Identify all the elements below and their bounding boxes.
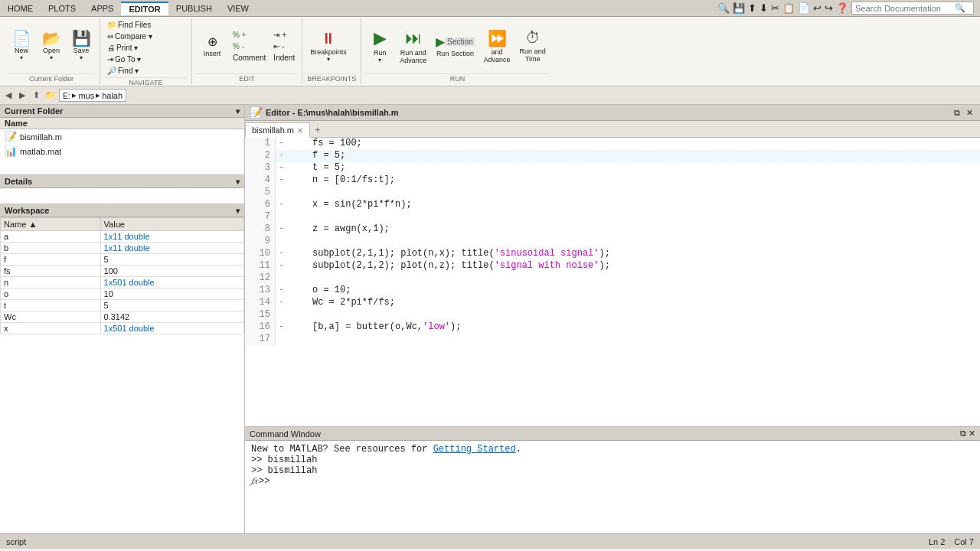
line-code: [b,a] = butter(o,Wc,'low');	[287, 321, 980, 334]
ws-var-value[interactable]: 1x11 double	[100, 231, 243, 243]
line-number: 12	[245, 272, 276, 285]
status-col: Col 7	[954, 537, 974, 546]
menu-editor[interactable]: EDITOR	[121, 2, 168, 15]
toolbar-icon-8[interactable]: ↩	[813, 2, 822, 14]
tab-bismillah[interactable]: bismillah.m ✕	[245, 122, 310, 138]
breakpoints-button[interactable]: ⏸ Breakpoints ▾	[307, 28, 350, 64]
advance-button[interactable]: ⏩ andAdvance	[481, 28, 514, 65]
edit-group-label: EDIT	[197, 73, 297, 83]
toolbar-icon-5[interactable]: ✂	[771, 2, 779, 14]
save-dropdown[interactable]: ▾	[80, 54, 83, 61]
toolbar-icon-3[interactable]: ⬆	[748, 2, 756, 14]
workspace-table: Name ▲ Value a1x11 doubleb1x11 doublef5f…	[0, 217, 244, 533]
run-label: Run	[374, 49, 387, 57]
toolbar-icon-4[interactable]: ⬇	[760, 2, 768, 14]
editor-undock-button[interactable]: ⧉	[952, 108, 962, 118]
cmd-prompt-sym-2: >>	[251, 465, 268, 476]
cmd-new-text: New to MATLAB? See resources for	[251, 444, 433, 455]
open-button[interactable]: 📂 Open ▾	[38, 29, 65, 63]
toolbar-icon-9[interactable]: ↪	[825, 2, 833, 14]
editor-body[interactable]: 1- fs = 100;2- f = 5;3- t = 5;4- n = [0:…	[245, 138, 980, 426]
compare-button[interactable]: ⇔ Compare ▾	[105, 31, 155, 41]
open-dropdown[interactable]: ▾	[50, 54, 53, 61]
find-files-button[interactable]: 📁 Find Files	[105, 20, 155, 30]
indent-right-button[interactable]: ⇥ +	[271, 30, 297, 40]
comment-remove-button[interactable]: % -	[230, 41, 268, 51]
workspace-row[interactable]: fs100	[1, 266, 244, 277]
run-and-advance-button[interactable]: ⏭ Run andAdvance	[397, 27, 430, 66]
ws-var-name: t	[1, 300, 101, 311]
left-panel: Current Folder ▾ Name 📝 bismillah.m 📊 ma…	[0, 105, 245, 533]
code-line: 6- x = sin(2*pi*f*n);	[245, 199, 980, 211]
save-button[interactable]: 💾 Save ▾	[67, 29, 95, 63]
workspace-row[interactable]: t5	[1, 300, 244, 311]
current-folder-options[interactable]: ▾	[236, 107, 240, 116]
run-dropdown[interactable]: ▾	[378, 57, 381, 64]
toolbar-icon-6[interactable]: 📋	[782, 2, 795, 14]
forward-button[interactable]: ▶	[17, 90, 28, 101]
code-line: 13- o = 10;	[245, 285, 980, 297]
workspace-row[interactable]: n1x501 double	[1, 277, 244, 289]
insert-icon: ⊕	[207, 34, 217, 49]
ws-var-value[interactable]: 1x501 double	[100, 323, 243, 334]
indent-left-button[interactable]: ⇤ -	[271, 41, 297, 51]
breakpoints-dropdown[interactable]: ▾	[327, 56, 330, 63]
toolbar-icon-10[interactable]: ❓	[836, 2, 848, 14]
editor-close-button[interactable]: ✕	[964, 108, 975, 118]
menu-view[interactable]: VIEW	[220, 2, 256, 15]
toolbar-icon-2[interactable]: 💾	[733, 2, 745, 14]
editor-tabs: bismillah.m ✕ +	[245, 121, 980, 138]
add-tab-button[interactable]: +	[310, 122, 325, 137]
workspace-row[interactable]: a1x11 double	[1, 231, 244, 243]
cmd-getting-started-link[interactable]: Getting Started	[433, 444, 516, 455]
new-dropdown[interactable]: ▾	[20, 54, 23, 61]
details-options[interactable]: ▾	[236, 178, 240, 186]
line-dash: -	[276, 199, 287, 211]
workspace-row[interactable]: Wc0.3142	[1, 311, 244, 323]
up-button[interactable]: ⬆	[31, 90, 42, 101]
workspace-row[interactable]: o10	[1, 289, 244, 300]
search-docs-input[interactable]	[855, 4, 955, 13]
cmd-current-prompt[interactable]: 𝑓𝑥 >>	[251, 476, 974, 487]
back-button[interactable]: ◀	[3, 90, 14, 101]
cmd-undock-button[interactable]: ⧉	[960, 429, 966, 439]
toolbar-icon-7[interactable]: 📄	[798, 2, 810, 14]
cmd-body[interactable]: New to MATLAB? See resources for Getting…	[245, 441, 980, 533]
workspace-options[interactable]: ▾	[236, 207, 240, 215]
comment-add-button[interactable]: % +	[230, 30, 268, 40]
cmd-prompt-2: >> bismillah	[251, 465, 974, 476]
ws-var-value: 10	[100, 289, 243, 300]
workspace-row[interactable]: f5	[1, 254, 244, 266]
run-and-time-button[interactable]: ⏱ Run andTime	[517, 28, 549, 64]
goto-button[interactable]: ⇥ Go To ▾	[105, 54, 155, 64]
menu-apps[interactable]: APPS	[83, 2, 121, 15]
workspace-row[interactable]: x1x501 double	[1, 323, 244, 334]
menu-publish[interactable]: PUBLISH	[168, 2, 220, 15]
workspace-row[interactable]: b1x11 double	[1, 243, 244, 254]
status-position: Ln 2 Col 7	[929, 537, 974, 546]
indent-button[interactable]: Indent	[271, 53, 297, 63]
print-button[interactable]: 🖨 Print ▾	[105, 43, 155, 53]
menu-home[interactable]: HOME	[0, 2, 41, 15]
run-button[interactable]: ▶ Run ▾	[366, 27, 394, 65]
ws-col-value[interactable]: Value	[100, 218, 243, 231]
line-number: 3	[245, 162, 276, 174]
advance-label: andAdvance	[484, 48, 511, 64]
file-item-bismillah[interactable]: 📝 bismillah.m	[0, 129, 244, 144]
ws-var-value[interactable]: 1x501 double	[100, 277, 243, 289]
insert-button[interactable]: ⊕ Insert	[197, 33, 227, 59]
comment-button[interactable]: Comment	[230, 53, 268, 63]
tab-close-bismillah[interactable]: ✕	[297, 126, 303, 135]
cmd-close-button[interactable]: ✕	[969, 429, 975, 439]
ws-col-name[interactable]: Name ▲	[1, 218, 101, 231]
file-item-matlab[interactable]: 📊 matlab.mat	[0, 144, 244, 158]
menu-plots[interactable]: PLOTS	[41, 2, 83, 15]
toolbar-icon-1[interactable]: 🔍	[717, 2, 730, 14]
find-button[interactable]: 🔎 Find ▾	[105, 66, 155, 76]
search-docs-box[interactable]: 🔍	[851, 2, 974, 15]
ws-var-value[interactable]: 1x11 double	[100, 243, 243, 254]
advance-icon: ⏩	[488, 29, 507, 47]
path-display[interactable]: E: ▸ mus ▸ halah	[59, 89, 126, 102]
new-button[interactable]: 📄 New ▾	[8, 29, 35, 63]
run-section-button[interactable]: ▶Section Run Section	[433, 33, 477, 59]
